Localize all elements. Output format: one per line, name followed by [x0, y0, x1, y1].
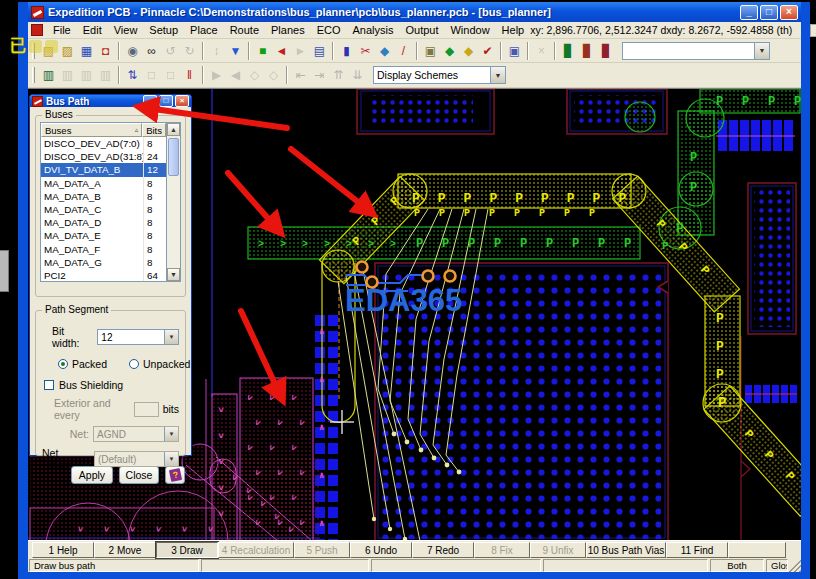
- column-header-bits[interactable]: Bits: [142, 123, 166, 137]
- save-icon[interactable]: ▦: [77, 42, 96, 60]
- via-green-icon[interactable]: ◆: [440, 42, 459, 60]
- packed-radio[interactable]: [58, 359, 68, 369]
- menu-bar: FileEditViewSetupPlaceRoutePlanesECOAnal…: [28, 22, 801, 39]
- bus-list-row[interactable]: MA_DATA_E8: [41, 229, 166, 242]
- menu-item-planes[interactable]: Planes: [265, 23, 311, 37]
- bus-shielding-checkbox[interactable]: [44, 380, 54, 390]
- menu-item-output[interactable]: Output: [399, 23, 444, 37]
- fkey-1-help[interactable]: 1 Help: [32, 542, 94, 558]
- bus-list-row[interactable]: DISCO_DEV_AD(7:0)8: [41, 137, 166, 150]
- online-drc-icon[interactable]: ✔: [478, 42, 497, 60]
- bus-list-row[interactable]: MA_DATA_C8: [41, 203, 166, 216]
- prev-hazard-icon[interactable]: ◄: [272, 42, 291, 60]
- manual-book-icon[interactable]: ▊: [597, 42, 616, 60]
- fkey-10-bus-path-vias[interactable]: 10 Bus Path Vias: [586, 542, 666, 558]
- suspend-icon[interactable]: ‖: [180, 66, 199, 84]
- bus-list-row[interactable]: DISCO_DEV_AD(31:8)24: [41, 150, 166, 163]
- properties-icon[interactable]: ▣: [421, 42, 440, 60]
- svg-text:>: >: [215, 485, 225, 490]
- hazard-list-icon[interactable]: ▤: [310, 42, 329, 60]
- bus-list-row[interactable]: MA_DATA_D8: [41, 216, 166, 229]
- scroll-down-icon[interactable]: ▼: [167, 268, 180, 281]
- align-right-icon: ⇥: [310, 66, 329, 84]
- bus-list-row[interactable]: DVI_TV_DATA_B12: [41, 163, 166, 176]
- chevron-down-icon[interactable]: ▼: [164, 330, 178, 344]
- app-window: Expedition PCB - Pinnacle C:\Demonstrati…: [18, 2, 810, 579]
- bus-list-row[interactable]: MA_DATA_A8: [41, 177, 166, 190]
- column-header-buses[interactable]: Buses▵: [41, 123, 142, 137]
- via-yellow-icon[interactable]: ◆: [459, 42, 478, 60]
- menu-item-place[interactable]: Place: [184, 23, 224, 37]
- toolbar-grip[interactable]: [32, 67, 35, 83]
- library-book-icon[interactable]: ▊: [559, 42, 578, 60]
- copy-icon[interactable]: ▣: [505, 42, 524, 60]
- menu-item-file[interactable]: File: [47, 23, 77, 37]
- swap-icon[interactable]: ⇅: [123, 66, 142, 84]
- maximize-button[interactable]: □: [760, 5, 778, 20]
- menu-item-setup[interactable]: Setup: [143, 23, 184, 37]
- mdi-child-icon[interactable]: [31, 24, 43, 36]
- dialog-close-button[interactable]: ×: [175, 95, 189, 107]
- place-part4-icon: ▥: [96, 66, 115, 84]
- svg-text:P: P: [546, 237, 553, 251]
- menu-item-route[interactable]: Route: [224, 23, 265, 37]
- color-book-icon[interactable]: ▊: [578, 42, 597, 60]
- unpacked-radio[interactable]: [129, 359, 139, 369]
- svg-text:P: P: [416, 237, 423, 251]
- sort-icon: ▵: [135, 126, 139, 134]
- dialog-restore-button[interactable]: □: [159, 95, 173, 107]
- step-back-icon: ◀: [226, 66, 245, 84]
- exit-icon[interactable]: ◘: [96, 42, 115, 60]
- resize-grip[interactable]: [789, 559, 801, 572]
- fkey-6-undo[interactable]: 6 Undo: [350, 542, 412, 558]
- draw-line-icon[interactable]: /: [394, 42, 413, 60]
- dialog-minimize-button[interactable]: _: [143, 95, 157, 107]
- unroute-icon[interactable]: ✂: [356, 42, 375, 60]
- menu-item-eco[interactable]: ECO: [311, 23, 347, 37]
- svg-text:P: P: [439, 208, 445, 219]
- dialog-title-bar[interactable]: Bus Path _ □ ×: [30, 95, 191, 107]
- redo-icon: ↻: [180, 42, 199, 60]
- title-bar[interactable]: Expedition PCB - Pinnacle C:\Demonstrati…: [28, 2, 801, 22]
- menu-item-analysis[interactable]: Analysis: [346, 23, 399, 37]
- bit-width-combo[interactable]: 12▼: [97, 329, 179, 345]
- menu-item-help[interactable]: Help: [496, 23, 531, 37]
- fkey-2-move[interactable]: 2 Move: [94, 542, 156, 558]
- bus-list-row[interactable]: MA_DATA_G8: [41, 256, 166, 269]
- exterior-bits-field[interactable]: [134, 402, 159, 417]
- list-scrollbar[interactable]: ▲ ▼: [166, 123, 180, 281]
- close-button[interactable]: ×: [780, 5, 798, 20]
- find-binoculars-icon[interactable]: ∞: [142, 42, 161, 60]
- teardrop-icon[interactable]: ▼: [226, 42, 245, 60]
- fkey-7-redo[interactable]: 7 Redo: [412, 542, 474, 558]
- svg-text:>: >: [346, 239, 352, 250]
- select-mode-icon[interactable]: ▮: [337, 42, 356, 60]
- svg-text:P: P: [624, 237, 631, 251]
- svg-text:P: P: [412, 191, 420, 206]
- chevron-down-icon[interactable]: ▼: [490, 67, 505, 83]
- place-part-icon[interactable]: ▥: [39, 66, 58, 84]
- fkey-11-find[interactable]: 11 Find: [666, 542, 728, 558]
- mdi-minimize-button[interactable]: _: [810, 24, 816, 37]
- display-control-icon[interactable]: ■: [253, 42, 272, 60]
- scroll-thumb[interactable]: [168, 138, 179, 176]
- menu-item-window[interactable]: Window: [444, 23, 495, 37]
- menu-item-view[interactable]: View: [108, 23, 144, 37]
- zoom-icon[interactable]: ◉: [123, 42, 142, 60]
- svg-text:P: P: [572, 237, 579, 251]
- bus-list-row[interactable]: MA_DATA_B8: [41, 190, 166, 203]
- bus-list-row[interactable]: PCI264: [41, 269, 166, 281]
- import-icon[interactable]: ▨: [58, 42, 77, 60]
- display-schemes-combo[interactable]: Display Schemes▼: [373, 66, 506, 84]
- scroll-up-icon[interactable]: ▲: [167, 123, 180, 136]
- menu-item-edit[interactable]: Edit: [77, 23, 108, 37]
- chevron-down-icon[interactable]: ▼: [754, 43, 769, 59]
- route-mode-icon[interactable]: ◆: [375, 42, 394, 60]
- svg-text:P: P: [716, 311, 724, 326]
- fkey-3-draw[interactable]: 3 Draw: [156, 542, 218, 558]
- cell-select-combo[interactable]: ▼: [622, 42, 770, 60]
- bus-list-row[interactable]: MA_DATA_F8: [41, 243, 166, 256]
- status-bar: Draw bus path Both Gloss On: [28, 559, 801, 572]
- pcb-canvas[interactable]: EDA365 PPPPPPPPPPPPPPPPPPPPPPPPPPPPPPPPP…: [28, 88, 801, 540]
- minimize-button[interactable]: _: [740, 5, 758, 20]
